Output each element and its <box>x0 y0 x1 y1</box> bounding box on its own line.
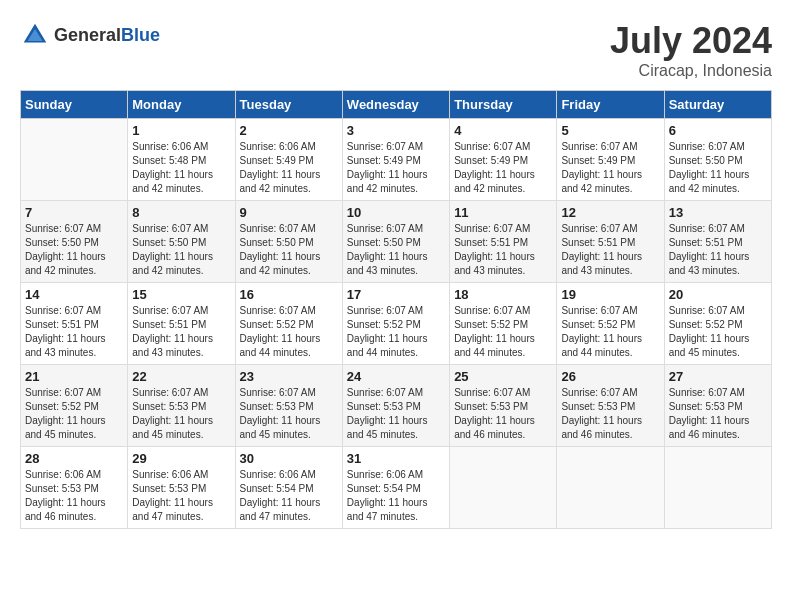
day-info: Sunrise: 6:07 AM Sunset: 5:51 PM Dayligh… <box>561 222 659 278</box>
day-info: Sunrise: 6:07 AM Sunset: 5:53 PM Dayligh… <box>454 386 552 442</box>
calendar-cell: 27Sunrise: 6:07 AM Sunset: 5:53 PM Dayli… <box>664 365 771 447</box>
day-number: 25 <box>454 369 552 384</box>
calendar-cell: 17Sunrise: 6:07 AM Sunset: 5:52 PM Dayli… <box>342 283 449 365</box>
calendar-header-row: SundayMondayTuesdayWednesdayThursdayFrid… <box>21 91 772 119</box>
calendar-cell: 4Sunrise: 6:07 AM Sunset: 5:49 PM Daylig… <box>450 119 557 201</box>
calendar-week-row: 21Sunrise: 6:07 AM Sunset: 5:52 PM Dayli… <box>21 365 772 447</box>
day-number: 10 <box>347 205 445 220</box>
day-info: Sunrise: 6:07 AM Sunset: 5:51 PM Dayligh… <box>669 222 767 278</box>
day-number: 1 <box>132 123 230 138</box>
calendar-cell: 8Sunrise: 6:07 AM Sunset: 5:50 PM Daylig… <box>128 201 235 283</box>
day-number: 31 <box>347 451 445 466</box>
day-info: Sunrise: 6:07 AM Sunset: 5:50 PM Dayligh… <box>240 222 338 278</box>
calendar-cell: 1Sunrise: 6:06 AM Sunset: 5:48 PM Daylig… <box>128 119 235 201</box>
day-info: Sunrise: 6:07 AM Sunset: 5:50 PM Dayligh… <box>669 140 767 196</box>
day-number: 6 <box>669 123 767 138</box>
day-number: 3 <box>347 123 445 138</box>
calendar-cell: 12Sunrise: 6:07 AM Sunset: 5:51 PM Dayli… <box>557 201 664 283</box>
day-number: 12 <box>561 205 659 220</box>
day-number: 28 <box>25 451 123 466</box>
day-header-friday: Friday <box>557 91 664 119</box>
day-header-saturday: Saturday <box>664 91 771 119</box>
day-number: 21 <box>25 369 123 384</box>
day-info: Sunrise: 6:07 AM Sunset: 5:50 PM Dayligh… <box>347 222 445 278</box>
day-info: Sunrise: 6:06 AM Sunset: 5:54 PM Dayligh… <box>240 468 338 524</box>
calendar-cell: 18Sunrise: 6:07 AM Sunset: 5:52 PM Dayli… <box>450 283 557 365</box>
day-info: Sunrise: 6:06 AM Sunset: 5:48 PM Dayligh… <box>132 140 230 196</box>
calendar-cell: 16Sunrise: 6:07 AM Sunset: 5:52 PM Dayli… <box>235 283 342 365</box>
month-year: July 2024 <box>610 20 772 62</box>
calendar-cell: 24Sunrise: 6:07 AM Sunset: 5:53 PM Dayli… <box>342 365 449 447</box>
day-number: 11 <box>454 205 552 220</box>
day-info: Sunrise: 6:07 AM Sunset: 5:51 PM Dayligh… <box>132 304 230 360</box>
day-number: 27 <box>669 369 767 384</box>
day-number: 29 <box>132 451 230 466</box>
calendar-cell: 30Sunrise: 6:06 AM Sunset: 5:54 PM Dayli… <box>235 447 342 529</box>
day-number: 14 <box>25 287 123 302</box>
day-header-wednesday: Wednesday <box>342 91 449 119</box>
location: Ciracap, Indonesia <box>610 62 772 80</box>
day-header-tuesday: Tuesday <box>235 91 342 119</box>
calendar-cell: 3Sunrise: 6:07 AM Sunset: 5:49 PM Daylig… <box>342 119 449 201</box>
day-number: 15 <box>132 287 230 302</box>
logo-icon <box>20 20 50 50</box>
day-info: Sunrise: 6:07 AM Sunset: 5:52 PM Dayligh… <box>25 386 123 442</box>
day-number: 13 <box>669 205 767 220</box>
calendar-cell: 7Sunrise: 6:07 AM Sunset: 5:50 PM Daylig… <box>21 201 128 283</box>
logo-text-general: General <box>54 25 121 45</box>
day-number: 19 <box>561 287 659 302</box>
day-info: Sunrise: 6:06 AM Sunset: 5:54 PM Dayligh… <box>347 468 445 524</box>
calendar-cell <box>450 447 557 529</box>
calendar-cell: 23Sunrise: 6:07 AM Sunset: 5:53 PM Dayli… <box>235 365 342 447</box>
day-number: 23 <box>240 369 338 384</box>
calendar-cell: 13Sunrise: 6:07 AM Sunset: 5:51 PM Dayli… <box>664 201 771 283</box>
day-number: 30 <box>240 451 338 466</box>
day-info: Sunrise: 6:07 AM Sunset: 5:53 PM Dayligh… <box>561 386 659 442</box>
day-number: 17 <box>347 287 445 302</box>
logo-text-blue: Blue <box>121 25 160 45</box>
calendar-cell: 15Sunrise: 6:07 AM Sunset: 5:51 PM Dayli… <box>128 283 235 365</box>
calendar-week-row: 1Sunrise: 6:06 AM Sunset: 5:48 PM Daylig… <box>21 119 772 201</box>
calendar-cell <box>21 119 128 201</box>
calendar-cell: 11Sunrise: 6:07 AM Sunset: 5:51 PM Dayli… <box>450 201 557 283</box>
calendar-cell: 26Sunrise: 6:07 AM Sunset: 5:53 PM Dayli… <box>557 365 664 447</box>
day-info: Sunrise: 6:07 AM Sunset: 5:50 PM Dayligh… <box>132 222 230 278</box>
day-info: Sunrise: 6:07 AM Sunset: 5:49 PM Dayligh… <box>561 140 659 196</box>
calendar-cell: 31Sunrise: 6:06 AM Sunset: 5:54 PM Dayli… <box>342 447 449 529</box>
page-header: GeneralBlue July 2024 Ciracap, Indonesia <box>20 20 772 80</box>
day-info: Sunrise: 6:06 AM Sunset: 5:53 PM Dayligh… <box>25 468 123 524</box>
calendar-cell: 10Sunrise: 6:07 AM Sunset: 5:50 PM Dayli… <box>342 201 449 283</box>
day-info: Sunrise: 6:06 AM Sunset: 5:53 PM Dayligh… <box>132 468 230 524</box>
day-number: 26 <box>561 369 659 384</box>
day-info: Sunrise: 6:07 AM Sunset: 5:51 PM Dayligh… <box>454 222 552 278</box>
day-number: 22 <box>132 369 230 384</box>
day-number: 7 <box>25 205 123 220</box>
day-header-sunday: Sunday <box>21 91 128 119</box>
day-info: Sunrise: 6:07 AM Sunset: 5:52 PM Dayligh… <box>347 304 445 360</box>
day-number: 24 <box>347 369 445 384</box>
calendar-cell: 2Sunrise: 6:06 AM Sunset: 5:49 PM Daylig… <box>235 119 342 201</box>
day-number: 9 <box>240 205 338 220</box>
day-info: Sunrise: 6:07 AM Sunset: 5:49 PM Dayligh… <box>454 140 552 196</box>
day-number: 2 <box>240 123 338 138</box>
calendar-cell: 5Sunrise: 6:07 AM Sunset: 5:49 PM Daylig… <box>557 119 664 201</box>
day-info: Sunrise: 6:07 AM Sunset: 5:50 PM Dayligh… <box>25 222 123 278</box>
day-info: Sunrise: 6:07 AM Sunset: 5:52 PM Dayligh… <box>669 304 767 360</box>
day-info: Sunrise: 6:07 AM Sunset: 5:49 PM Dayligh… <box>347 140 445 196</box>
calendar-cell: 25Sunrise: 6:07 AM Sunset: 5:53 PM Dayli… <box>450 365 557 447</box>
calendar-cell: 22Sunrise: 6:07 AM Sunset: 5:53 PM Dayli… <box>128 365 235 447</box>
calendar-cell: 14Sunrise: 6:07 AM Sunset: 5:51 PM Dayli… <box>21 283 128 365</box>
day-header-thursday: Thursday <box>450 91 557 119</box>
day-number: 5 <box>561 123 659 138</box>
day-info: Sunrise: 6:07 AM Sunset: 5:52 PM Dayligh… <box>240 304 338 360</box>
day-number: 4 <box>454 123 552 138</box>
day-info: Sunrise: 6:06 AM Sunset: 5:49 PM Dayligh… <box>240 140 338 196</box>
calendar-week-row: 7Sunrise: 6:07 AM Sunset: 5:50 PM Daylig… <box>21 201 772 283</box>
day-info: Sunrise: 6:07 AM Sunset: 5:52 PM Dayligh… <box>454 304 552 360</box>
day-info: Sunrise: 6:07 AM Sunset: 5:53 PM Dayligh… <box>347 386 445 442</box>
calendar-cell <box>557 447 664 529</box>
title-block: July 2024 Ciracap, Indonesia <box>610 20 772 80</box>
day-info: Sunrise: 6:07 AM Sunset: 5:51 PM Dayligh… <box>25 304 123 360</box>
day-info: Sunrise: 6:07 AM Sunset: 5:53 PM Dayligh… <box>132 386 230 442</box>
day-info: Sunrise: 6:07 AM Sunset: 5:53 PM Dayligh… <box>669 386 767 442</box>
